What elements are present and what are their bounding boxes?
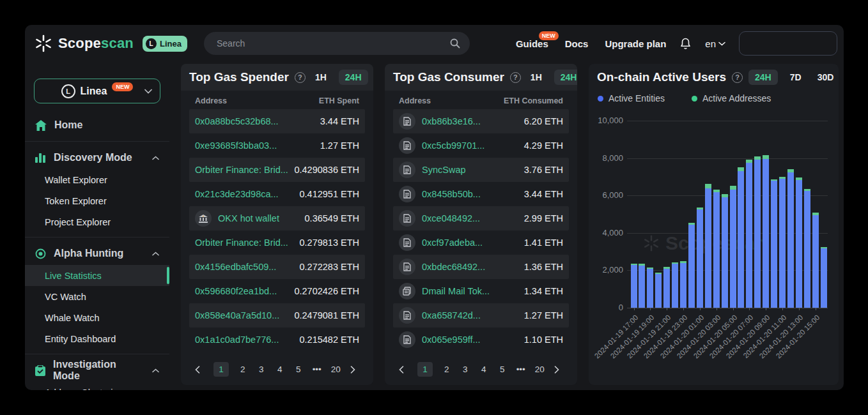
chevron-down-icon bbox=[718, 42, 725, 46]
eth-value: 1.36 ETH bbox=[524, 262, 563, 272]
page-button-1[interactable]: 1 bbox=[417, 362, 433, 377]
x-axis-tick bbox=[799, 308, 800, 310]
table-row: 0x0a88bc5c32b68...3.44 ETH bbox=[189, 109, 365, 133]
bar-2024-01-20 12:00 bbox=[787, 169, 794, 308]
sidebar-item-project-explorer[interactable]: Project Explorer bbox=[25, 211, 169, 232]
page-button-20[interactable]: 20 bbox=[535, 365, 545, 374]
bar-segment-entities bbox=[655, 274, 662, 308]
address-link[interactable]: 0xa658742d... bbox=[399, 307, 481, 324]
sidebar-item-home[interactable]: Home bbox=[25, 114, 169, 137]
sidebar-item-vc-watch[interactable]: VC Watch bbox=[25, 286, 169, 307]
panel-title: Top Gas Consumer bbox=[393, 70, 504, 84]
nav-link-upgrade-plan[interactable]: Upgrade plan bbox=[605, 38, 666, 49]
legend-item-active-entities[interactable]: Active Entities bbox=[598, 93, 665, 103]
page-button-1[interactable]: 1 bbox=[213, 362, 229, 377]
network-select[interactable]: L Linea NEW bbox=[34, 79, 160, 103]
connect-button[interactable] bbox=[739, 31, 837, 56]
toggle-24h[interactable]: 24H bbox=[748, 70, 778, 85]
page-button-4[interactable]: 4 bbox=[479, 365, 488, 374]
sidebar-section-discovery-mode[interactable]: Discovery Mode bbox=[25, 146, 169, 169]
prev-page-button[interactable] bbox=[399, 366, 408, 374]
bar-2024-01-20 08:00 bbox=[754, 156, 761, 308]
search-bar[interactable] bbox=[204, 32, 470, 55]
sidebar-section-alpha-hunting[interactable]: Alpha Hunting bbox=[25, 242, 169, 265]
address-link[interactable]: 0x8458b50b... bbox=[399, 186, 481, 202]
page-button-3[interactable]: 3 bbox=[257, 365, 266, 374]
address-link[interactable]: 0x065e959ff... bbox=[399, 331, 481, 348]
brand-logo[interactable]: Scopescan L Linea bbox=[34, 34, 187, 53]
legend-label: Active Entities bbox=[608, 93, 665, 103]
page-button-4[interactable]: 4 bbox=[275, 365, 284, 374]
toggle-1h[interactable]: 1H bbox=[527, 70, 546, 85]
gridline bbox=[627, 308, 828, 308]
y-axis-label: 2,000 bbox=[590, 265, 623, 275]
toggle-7d[interactable]: 7D bbox=[786, 70, 805, 85]
page-button-5[interactable]: 5 bbox=[294, 365, 303, 374]
address-link[interactable]: Orbiter Finance: Brid... bbox=[195, 238, 288, 248]
address-link[interactable]: 0xc5cb99701... bbox=[399, 137, 484, 154]
target-icon bbox=[35, 248, 46, 259]
toggle-30d[interactable]: 30D bbox=[814, 70, 838, 85]
contract-icon bbox=[399, 234, 415, 251]
toggle-1h[interactable]: 1H bbox=[311, 70, 330, 85]
address-link[interactable]: 0xbdec68492... bbox=[399, 259, 485, 275]
table-row: 0x858e40a7a5d10...0.2479081 ETH bbox=[189, 303, 365, 328]
page-button-2[interactable]: 2 bbox=[442, 365, 451, 374]
address-link[interactable]: Orbiter Finance: Brid... bbox=[195, 165, 288, 175]
bar-2024-01-20 00:00 bbox=[688, 223, 695, 308]
language-selector[interactable]: en bbox=[705, 38, 725, 49]
page-button-5[interactable]: 5 bbox=[498, 365, 507, 374]
address-link[interactable]: SyncSwap bbox=[399, 162, 466, 178]
table-header: AddressETH Consumed bbox=[385, 91, 577, 109]
notification-bell-icon[interactable] bbox=[679, 37, 692, 50]
sidebar-item-address-clustering[interactable]: Address Clustering bbox=[25, 382, 169, 390]
sidebar-item-whale-watch[interactable]: Whale Watch bbox=[25, 307, 169, 328]
bar-chart: Scopescan 02,0004,0006,0008,00010,000202… bbox=[589, 105, 839, 385]
address-link[interactable]: 0x858e40a7a5d10... bbox=[195, 310, 279, 321]
bar-2024-01-20 01:00 bbox=[697, 207, 703, 308]
page-button-2[interactable]: 2 bbox=[238, 365, 247, 374]
sidebar-section-investigation-mode[interactable]: Investigation Mode bbox=[25, 359, 169, 382]
address-link[interactable]: 0x1a1c0ad7be776... bbox=[195, 335, 279, 345]
more-pages-button[interactable]: ••• bbox=[313, 365, 322, 374]
address-link[interactable]: OKX hot wallet bbox=[195, 210, 279, 227]
help-icon[interactable]: ? bbox=[295, 72, 306, 83]
nav-link-guides[interactable]: GuidesNEW bbox=[516, 38, 548, 49]
address-link[interactable]: 0x21c3de23d98ca... bbox=[195, 189, 279, 199]
eth-value: 0.412951 ETH bbox=[299, 189, 359, 199]
eth-value: 4.29 ETH bbox=[524, 140, 563, 151]
search-input[interactable] bbox=[217, 38, 449, 49]
page-button-3[interactable]: 3 bbox=[461, 365, 470, 374]
page-button-20[interactable]: 20 bbox=[331, 365, 341, 374]
help-icon[interactable]: ? bbox=[732, 72, 743, 83]
bar-2024-01-20 03:00 bbox=[713, 190, 720, 308]
toggle-24h[interactable]: 24H bbox=[339, 70, 368, 85]
address-link[interactable]: 0x596680f2ea1bd... bbox=[195, 286, 277, 296]
prev-page-button[interactable] bbox=[195, 366, 204, 374]
address-link[interactable]: 0x0a88bc5c32b68... bbox=[195, 116, 279, 126]
sidebar-item-live-statistics[interactable]: Live Statistics bbox=[25, 265, 169, 286]
chevron-up-icon bbox=[152, 368, 159, 373]
address-link[interactable]: 0x4156edbafc509... bbox=[195, 262, 276, 272]
contract-icon bbox=[399, 162, 415, 178]
next-page-button[interactable] bbox=[350, 366, 359, 374]
sidebar-item-token-explorer[interactable]: Token Explorer bbox=[25, 190, 169, 211]
legend-item-active-addresses[interactable]: Active Addresses bbox=[692, 93, 771, 103]
toggle-24h[interactable]: 24H bbox=[554, 70, 577, 85]
address-link[interactable]: 0xce048492... bbox=[399, 210, 480, 227]
nav-link-docs[interactable]: Docs bbox=[565, 38, 589, 49]
sidebar-item-wallet-explorer[interactable]: Wallet Explorer bbox=[25, 169, 169, 190]
more-pages-button[interactable]: ••• bbox=[516, 365, 525, 374]
eth-value: 0.272283 ETH bbox=[299, 262, 359, 272]
address-link[interactable]: 0xe93685f3bba03... bbox=[195, 140, 277, 151]
sidebar-item-entity-dashboard[interactable]: Entity Dashboard bbox=[25, 328, 169, 349]
search-icon[interactable] bbox=[449, 38, 461, 49]
address-link[interactable]: Dmail Mail Tok... bbox=[399, 283, 490, 299]
next-page-button[interactable] bbox=[554, 366, 563, 374]
address-link[interactable]: 0xcf97adeba... bbox=[399, 234, 483, 251]
address-link[interactable]: 0xb86b3e16... bbox=[399, 113, 481, 130]
x-axis-tick bbox=[816, 308, 816, 310]
brand-name: Scopescan bbox=[58, 35, 134, 52]
help-icon[interactable]: ? bbox=[510, 72, 521, 83]
gridline bbox=[627, 121, 828, 121]
